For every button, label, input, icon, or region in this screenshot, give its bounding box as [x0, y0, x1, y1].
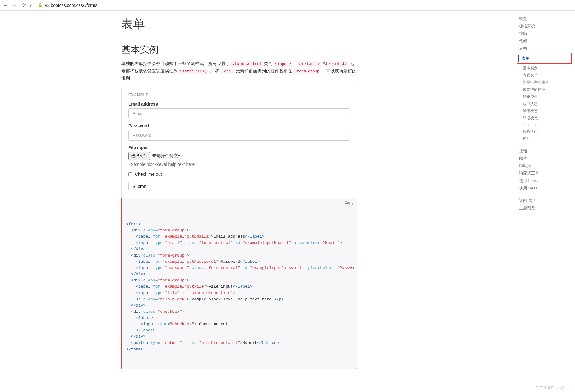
back-icon[interactable]: ←: [3, 2, 8, 8]
forward-icon[interactable]: →: [12, 2, 17, 8]
password-label: Password: [128, 123, 350, 128]
sidenav-item[interactable]: 焦点状态: [519, 100, 575, 107]
email-field[interactable]: [128, 108, 350, 119]
code-select: <select>: [328, 61, 349, 67]
sidenav-item[interactable]: 按钮: [519, 147, 575, 155]
sidenav-item[interactable]: 栅格系统: [519, 22, 575, 30]
sidebar-nav: 概览栅格系统排版代码表格表单基本实例内联表单水平排列的表单被支持的控件静态控件焦…: [519, 12, 575, 212]
code-width: width: 100%;: [179, 69, 208, 74]
sidenav-item[interactable]: 禁用状态: [519, 107, 575, 115]
sidenav-item[interactable]: 主题预览: [519, 204, 575, 212]
sidenav-item[interactable]: 返回顶部: [519, 197, 575, 204]
sidenav-item[interactable]: 使用 Less: [519, 177, 575, 185]
email-label: Email address: [128, 102, 350, 107]
home-icon[interactable]: ⌂: [30, 2, 33, 8]
sidenav-item[interactable]: 只读状态: [519, 115, 575, 122]
checkbox-label: Check me out: [135, 172, 162, 177]
sidenav-item[interactable]: 控件尺寸: [519, 135, 575, 142]
file-status-text: 未选择任何文件: [152, 153, 182, 159]
help-text: Example block-level help text here.: [128, 162, 350, 167]
choose-file-button[interactable]: 选择文件: [128, 152, 150, 160]
url-text: v3.bootcss.com/css/#forms: [45, 3, 98, 8]
sidenav-item[interactable]: 被支持的控件: [519, 86, 575, 93]
lead-paragraph: 单独的表单控件会被自动赋予一些全局样式。所有设置了 .form-control …: [121, 60, 357, 82]
password-field[interactable]: [128, 130, 350, 141]
sidenav-item[interactable]: 使用 Sass: [519, 185, 575, 192]
sidenav-item[interactable]: 表单: [518, 55, 569, 62]
code-input: <input>: [274, 61, 292, 67]
sidenav-item[interactable]: 基本实例: [519, 65, 575, 72]
sidenav-item[interactable]: 概览: [519, 15, 575, 22]
sidenav-item[interactable]: 内联表单: [519, 72, 575, 79]
sidenav-item[interactable]: 水平排列的表单: [519, 79, 575, 86]
file-label: File input: [128, 145, 350, 150]
code-form-control: .form-control: [231, 61, 263, 67]
sidenav-item[interactable]: 辅助类: [519, 162, 575, 170]
reload-icon[interactable]: ⟳: [22, 2, 26, 8]
sidenav-item[interactable]: 表格: [519, 45, 575, 52]
page-title: 表单: [121, 16, 357, 36]
code-textarea: <textarea>: [297, 61, 321, 67]
example-panel: EXAMPLE Email address Password File inpu…: [121, 87, 357, 198]
check-me-out-checkbox[interactable]: [128, 172, 132, 176]
sidenav-item[interactable]: 代码: [519, 37, 575, 45]
example-label: EXAMPLE: [128, 93, 350, 97]
sidenav-item[interactable]: 图片: [519, 155, 575, 162]
sidenav-item[interactable]: 静态控件: [519, 93, 575, 100]
browser-toolbar: ← → ⟳ ⌂ 🔒 v3.bootcss.com/css/#forms: [0, 0, 575, 11]
section-title: 基本实例: [121, 43, 357, 56]
sidenav-item[interactable]: 校验状态: [519, 128, 575, 135]
sidenav-item[interactable]: Help text: [519, 122, 575, 128]
code-label: label: [221, 69, 234, 74]
copy-button[interactable]: Copy: [345, 200, 354, 206]
code-block: Copy <form> <div class="form-group"> <la…: [121, 198, 357, 369]
main-content: 表单 基本实例 单独的表单控件会被自动赋予一些全局样式。所有设置了 .form-…: [121, 11, 357, 369]
submit-button[interactable]: Submit: [128, 182, 150, 191]
sidenav-item[interactable]: 响应式工具: [519, 170, 575, 177]
address-bar[interactable]: 🔒 v3.bootcss.com/css/#forms: [38, 3, 162, 8]
code-form-group: .form-group: [293, 69, 320, 74]
sidenav-item[interactable]: 排版: [519, 30, 575, 37]
lock-icon: 🔒: [38, 3, 43, 7]
